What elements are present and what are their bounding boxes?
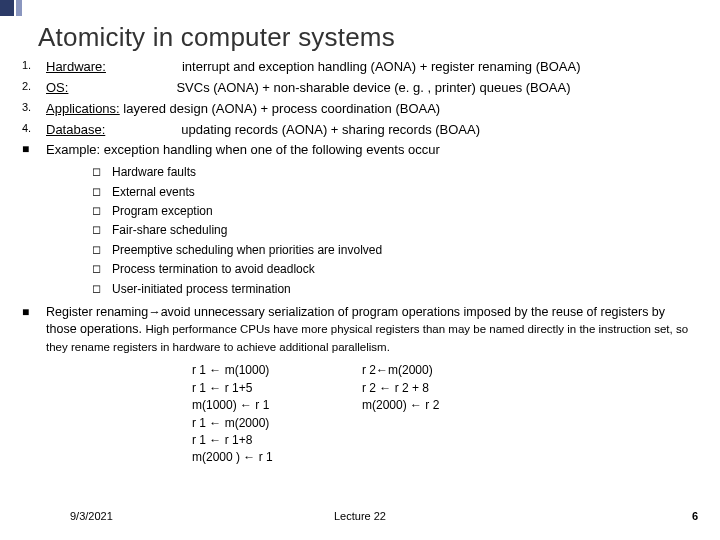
code-line: m(1000) ← r 1	[192, 397, 362, 414]
code-line: r 1 ← m(2000)	[192, 415, 362, 432]
code-col-1: r 1 ← m(1000) r 1 ← r 1+5 m(1000) ← r 1 …	[192, 362, 362, 466]
accent-block-2	[16, 0, 22, 16]
code-line: r 2←m(2000)	[362, 362, 532, 379]
item-text: SVCs (AONA) + non-sharable device (e. g.…	[176, 80, 570, 95]
sub-text: Fair-share scheduling	[112, 222, 227, 239]
sub-marker: ◻	[92, 281, 112, 298]
item-label: Database:	[46, 122, 105, 137]
num-marker: 1.	[22, 58, 46, 77]
sub-item: ◻Program exception	[92, 203, 698, 220]
code-columns: r 1 ← m(1000) r 1 ← r 1+5 m(1000) ← r 1 …	[192, 362, 698, 466]
code-line: r 1 ← r 1+8	[192, 432, 362, 449]
footer-page: 6	[692, 510, 698, 522]
register-paragraph: Register renaming→avoid unnecessary seri…	[46, 304, 698, 357]
sub-item: ◻External events	[92, 184, 698, 201]
num-marker: 4.	[22, 121, 46, 140]
list-item: 4. Database:updating records (AONA) + sh…	[22, 121, 698, 140]
sub-item: ◻Fair-share scheduling	[92, 222, 698, 239]
bullet-marker: ■	[22, 304, 46, 357]
arrow-icon: →	[148, 305, 161, 319]
sub-text: User-initiated process termination	[112, 281, 291, 298]
slide-title: Atomicity in computer systems	[38, 22, 395, 53]
num-marker: 2.	[22, 79, 46, 98]
slide-body: 1. Hardware:interrupt and exception hand…	[22, 58, 698, 467]
code-line: r 1 ← m(1000)	[192, 362, 362, 379]
item-text: updating records (AONA) + sharing record…	[181, 122, 480, 137]
item-label: OS:	[46, 80, 68, 95]
numbered-list: 1. Hardware:interrupt and exception hand…	[22, 58, 698, 139]
reg-lead: Register renaming	[46, 305, 148, 319]
code-col-2: r 2←m(2000) r 2 ← r 2 + 8 m(2000) ← r 2	[362, 362, 532, 466]
sub-text: Preemptive scheduling when priorities ar…	[112, 242, 382, 259]
list-item: 1. Hardware:interrupt and exception hand…	[22, 58, 698, 77]
sub-marker: ◻	[92, 261, 112, 278]
list-item: 2. OS:SVCs (AONA) + non-sharable device …	[22, 79, 698, 98]
bullet-marker: ■	[22, 141, 46, 160]
sub-item: ◻Preemptive scheduling when priorities a…	[92, 242, 698, 259]
sub-marker: ◻	[92, 203, 112, 220]
sub-item: ◻User-initiated process termination	[92, 281, 698, 298]
bullet-item: ■ Example: exception handling when one o…	[22, 141, 698, 160]
footer-center: Lecture 22	[0, 510, 720, 522]
item-text: interrupt and exception handling (AONA) …	[182, 59, 581, 74]
footer: 9/3/2021 Lecture 22 6	[0, 510, 720, 526]
sub-text: Hardware faults	[112, 164, 196, 181]
sub-marker: ◻	[92, 164, 112, 181]
code-line: r 1 ← r 1+5	[192, 380, 362, 397]
sub-list: ◻Hardware faults ◻External events ◻Progr…	[92, 164, 698, 298]
list-item: 3. Applications: layered design (AONA) +…	[22, 100, 698, 119]
bullet-item: ■ Register renaming→avoid unnecessary se…	[22, 304, 698, 357]
sub-item: ◻Hardware faults	[92, 164, 698, 181]
accent-block	[0, 0, 14, 16]
sub-text: Process termination to avoid deadlock	[112, 261, 315, 278]
sub-marker: ◻	[92, 242, 112, 259]
item-label: Applications:	[46, 101, 120, 116]
sub-item: ◻Process termination to avoid deadlock	[92, 261, 698, 278]
num-marker: 3.	[22, 100, 46, 119]
item-label: Hardware:	[46, 59, 106, 74]
sub-text: Program exception	[112, 203, 213, 220]
item-text: layered design (AONA) + process coordina…	[123, 101, 440, 116]
code-line: m(2000) ← r 2	[362, 397, 532, 414]
code-line: r 2 ← r 2 + 8	[362, 380, 532, 397]
example-intro: Example: exception handling when one of …	[46, 141, 440, 160]
reg-small: High performance CPUs have more physical…	[46, 323, 688, 353]
sub-marker: ◻	[92, 222, 112, 239]
sub-marker: ◻	[92, 184, 112, 201]
sub-text: External events	[112, 184, 195, 201]
code-line: m(2000 ) ← r 1	[192, 449, 362, 466]
